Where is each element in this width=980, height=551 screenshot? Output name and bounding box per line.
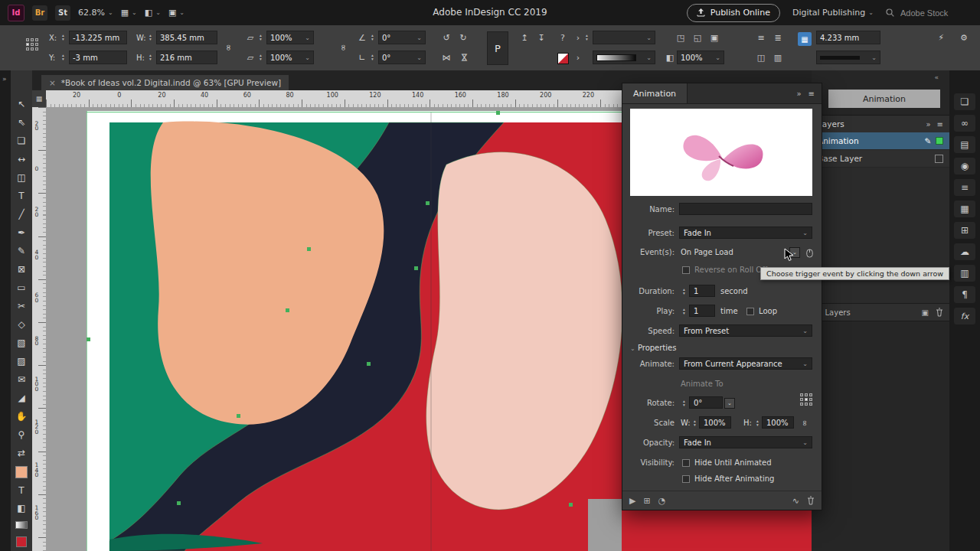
timing-icon[interactable]: ◔ <box>658 496 666 506</box>
formatting-affects-text-icon[interactable]: T <box>12 482 31 500</box>
reverse-checkbox[interactable] <box>682 266 690 274</box>
links-icon[interactable]: ∞ <box>954 115 975 132</box>
properties-toggle[interactable]: ⌄ Properties <box>630 341 676 356</box>
opacity-dropdown[interactable]: Fade In⌄ <box>679 436 812 448</box>
effect-dropdown[interactable]: ⌄ <box>593 31 655 44</box>
x-stepper[interactable]: ▴▾ <box>60 31 67 44</box>
stock-button[interactable]: St <box>55 5 70 21</box>
search-input[interactable] <box>899 8 972 18</box>
eyedropper-tool[interactable]: ◢ <box>12 389 31 407</box>
name-input[interactable] <box>679 203 812 215</box>
preview-spread-icon[interactable]: ▶ <box>629 496 635 506</box>
panel-menu-icon[interactable]: ≡ <box>808 90 815 98</box>
text-frame-icon[interactable]: ▥ <box>771 51 785 64</box>
duration-stepper[interactable]: ▴▾ <box>681 285 688 298</box>
normal-screen-mode-icon[interactable]: ◧ <box>12 500 31 517</box>
page-tool[interactable]: ❏ <box>12 132 31 150</box>
offset-field[interactable]: 4.233 mm <box>816 31 880 44</box>
direct-selection-tool[interactable]: ⇖ <box>12 113 31 132</box>
expand-panels-chevrons[interactable]: » <box>2 75 7 83</box>
properties-section[interactable]: ⌄ Properties <box>622 341 822 355</box>
stroke-weight-dropdown[interactable]: ⌄ <box>593 51 655 64</box>
pen-tool[interactable]: ✒ <box>12 223 31 242</box>
scale-w-field[interactable]: 100% <box>699 416 731 429</box>
delete-layer-icon[interactable] <box>936 308 943 317</box>
height-stepper[interactable]: ▴▾ <box>147 51 154 64</box>
align-left-icon[interactable]: ≡ <box>754 31 768 44</box>
rotation-stepper[interactable]: ▴▾ <box>369 51 376 64</box>
effect-stepper[interactable]: ▴▾ <box>583 31 590 44</box>
align-icon[interactable]: ⊞ <box>954 222 975 239</box>
duration-field[interactable]: 1 <box>689 285 715 297</box>
scissors-tool[interactable]: ✂ <box>12 297 31 315</box>
help-icon[interactable]: ? <box>556 31 570 44</box>
paragraph-styles-icon[interactable]: ¶ <box>954 286 975 303</box>
loop-checkbox[interactable] <box>746 308 754 315</box>
collapse-panels-chevrons[interactable]: « <box>934 73 939 81</box>
align-justify-icon[interactable]: ≣ <box>771 31 785 44</box>
line-tool[interactable]: ╱ <box>12 205 31 223</box>
ruler-origin-corner[interactable]: ▦ <box>32 90 46 107</box>
grid-reference-icon[interactable]: ▦ <box>798 32 812 46</box>
text-wrap-icon[interactable]: ▥ <box>954 265 975 282</box>
animation-preview[interactable] <box>630 109 812 196</box>
scale-link-icon[interactable]: ∞ <box>798 420 812 426</box>
hide-after-checkbox[interactable] <box>682 475 690 483</box>
y-stepper[interactable]: ▴▾ <box>60 51 67 64</box>
constrain-scale-link-icon[interactable]: ∞ <box>337 41 351 54</box>
rotation-field[interactable]: 0°⌄ <box>378 51 426 64</box>
flip-horizontal-button[interactable]: ⋈ <box>439 51 453 64</box>
preset-dropdown[interactable]: Fade In⌄ <box>679 227 812 239</box>
scale-x-stepper[interactable]: ▴▾ <box>257 31 264 44</box>
effects-icon[interactable]: fx <box>954 308 975 324</box>
x-field[interactable]: -13.225 mm <box>69 31 127 44</box>
frame-fitting-icon[interactable]: ▣ <box>707 31 721 44</box>
animation-panel-header[interactable]: Animation » ≡ <box>622 83 822 104</box>
gradient-swatch-tool[interactable]: ▧ <box>12 334 31 352</box>
panel-collapse-icon[interactable]: » <box>796 90 801 98</box>
workspace-switcher[interactable]: Digital Publishing ⌄ <box>792 8 874 18</box>
reference-point-grid[interactable] <box>26 38 38 51</box>
lightning-icon[interactable]: ⚡ <box>934 31 948 44</box>
arrange-documents-dropdown[interactable]: ▣ ⌄ <box>168 8 185 18</box>
width-stepper[interactable]: ▴▾ <box>147 31 154 44</box>
stroke-icon[interactable]: ≡ <box>954 179 975 196</box>
speed-dropdown[interactable]: From Preset⌄ <box>679 324 812 337</box>
animate-dropdown[interactable]: From Current Appearance⌄ <box>679 357 812 370</box>
red-swatch[interactable] <box>16 536 27 547</box>
transform-origin-grid[interactable] <box>800 393 812 406</box>
layer-row[interactable]: Animation✎ <box>812 132 949 150</box>
chevron-right-icon[interactable]: › <box>571 51 585 64</box>
bridge-button[interactable]: Br <box>32 5 47 21</box>
play-field[interactable]: 1 <box>689 305 715 317</box>
rotate-cw-button[interactable]: ↻ <box>456 31 470 44</box>
rotate-stepper[interactable]: ▴▾ <box>681 397 688 409</box>
tint-dropdown[interactable]: 100%⌄ <box>677 51 724 64</box>
rotate-field[interactable]: 0° <box>689 396 723 409</box>
stroke-type-dropdown[interactable]: ⌄ <box>816 51 880 64</box>
scale-h-field[interactable]: 100% <box>762 416 794 429</box>
motion-path-icon[interactable]: ∿ <box>792 496 799 506</box>
select-container-button[interactable]: ↥ <box>518 31 531 44</box>
gradient-feather-tool[interactable]: ▨ <box>12 352 31 370</box>
adobe-stock-search[interactable] <box>886 8 972 18</box>
document-tab[interactable]: × *Book of Ideas vol.2 Digital.indd @ 63… <box>41 75 289 90</box>
corner-options-icon[interactable]: ◳ <box>674 31 688 44</box>
view-options-dropdown[interactable]: ▦ ⌄ <box>121 8 137 18</box>
text-columns-icon[interactable]: ◫ <box>754 51 768 64</box>
scale-y-field[interactable]: 100%⌄ <box>266 51 314 64</box>
show-proxy-icon[interactable]: ⊞ <box>643 496 650 506</box>
free-transform-tool[interactable]: ◇ <box>12 315 31 334</box>
content-collector-tool[interactable]: ◫ <box>12 168 31 187</box>
screen-mode-dropdown[interactable]: ◧ ⌄ <box>145 8 161 18</box>
zoom-level-dropdown[interactable]: 62.8% ⌄ <box>78 8 113 18</box>
scale-w-stepper[interactable]: ▴▾ <box>691 417 698 429</box>
frame-tool[interactable]: ⊠ <box>12 260 31 279</box>
layers-icon[interactable]: ▤ <box>954 136 975 153</box>
cc-libraries-icon[interactable]: ☁ <box>954 243 975 260</box>
mouse-event-icon[interactable] <box>806 248 813 258</box>
selection-tool[interactable]: ↖ <box>12 95 31 113</box>
hand-tool[interactable]: ✋ <box>12 407 31 425</box>
gradient-swatch[interactable] <box>15 521 28 530</box>
constrain-proportions-link-icon[interactable]: ∞ <box>222 41 236 54</box>
